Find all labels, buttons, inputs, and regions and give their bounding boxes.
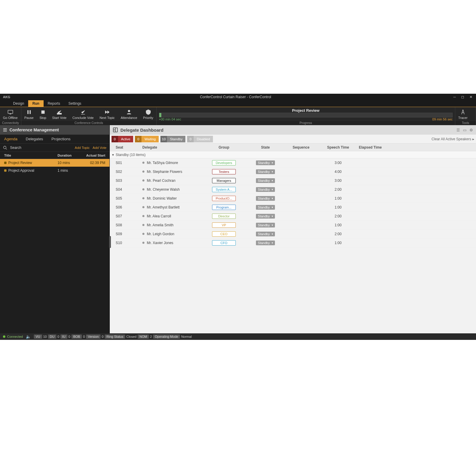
- progress-bar[interactable]: [159, 113, 453, 117]
- status-chip: IU: [61, 335, 67, 339]
- col-delegate[interactable]: Delegate: [142, 145, 202, 149]
- state-dropdown[interactable]: Standby▾: [256, 169, 275, 174]
- go-offline-button[interactable]: Go Offline: [0, 107, 20, 121]
- table-group-header[interactable]: ▾ Standby (10 items): [110, 151, 476, 158]
- cell-delegate: Mr. Amethyst Bartlett: [147, 205, 180, 209]
- menu-reports[interactable]: Reports: [44, 100, 64, 107]
- filter-active[interactable]: 0Active: [112, 136, 133, 142]
- agenda-row[interactable]: Project Review10 mins02:39 PM: [0, 159, 109, 167]
- group-tag[interactable]: System A...: [212, 187, 236, 192]
- cell-speech-time: 2:00: [317, 214, 359, 218]
- group-tag[interactable]: Developers: [212, 160, 236, 165]
- status-dot-icon: [142, 206, 144, 208]
- state-dropdown[interactable]: Standby▾: [256, 178, 275, 183]
- agenda-title: Project Review: [8, 161, 32, 165]
- collapse-icon[interactable]: ▾: [112, 153, 114, 157]
- group-tag[interactable]: CEO: [212, 231, 236, 237]
- col-title: Title: [4, 154, 58, 157]
- table-row[interactable]: S10Mr. Xavier JonesCFOStandby▾1:00: [110, 238, 476, 247]
- add-topic-button[interactable]: Add Topic: [75, 146, 90, 149]
- table-row[interactable]: S02Mr. Stephanie FlowersTestersStandby▾4…: [110, 167, 476, 176]
- pause-button[interactable]: Pause: [21, 107, 36, 121]
- state-dropdown[interactable]: Standby▾: [256, 205, 275, 210]
- cell-delegate: Mr. Dominic Walter: [147, 196, 177, 200]
- col-speech-time[interactable]: Speech Time: [317, 145, 359, 149]
- table-row[interactable]: S04Mr. Cheyenne WalshSystem A...Standby▾…: [110, 185, 476, 194]
- col-elapsed-time[interactable]: Elapsed Time: [359, 145, 400, 149]
- group-tag[interactable]: Program...: [212, 205, 236, 210]
- table-row[interactable]: S08Mr. Amelia SmithVPStandby▾1:00: [110, 221, 476, 230]
- group-tag[interactable]: VP: [212, 222, 236, 228]
- speaker-icon[interactable]: 🔈: [26, 334, 31, 339]
- table-row[interactable]: S05Mr. Dominic WalterProductO...Standby▾…: [110, 194, 476, 203]
- priority-button[interactable]: Priority: [140, 107, 156, 121]
- filter-disabled[interactable]: 0Disabled: [187, 136, 213, 142]
- svg-rect-5: [57, 113, 62, 114]
- state-dropdown[interactable]: Standby▾: [256, 187, 275, 192]
- list-view-icon[interactable]: ☰: [456, 128, 460, 132]
- add-vote-button[interactable]: Add Vote: [93, 146, 106, 149]
- filter-count: 0: [135, 136, 141, 142]
- titlebar: AKG ConferControl Curtain Raiser - Confe…: [0, 94, 476, 100]
- tab-agenda[interactable]: Agenda: [4, 137, 17, 141]
- connection-dot-icon: [3, 335, 5, 338]
- tracer-button[interactable]: Tracer: [455, 107, 470, 121]
- table-row[interactable]: S01Mr. TaShya GilmoreDevelopersStandby▾3…: [110, 158, 476, 167]
- table-row[interactable]: S09Mr. Leigh GordonCEOStandby▾2:00: [110, 230, 476, 238]
- filter-standby[interactable]: 10Standby: [160, 136, 185, 142]
- state-dropdown[interactable]: Standby▾: [256, 232, 275, 236]
- maximize-button[interactable]: ◻: [461, 95, 464, 99]
- group-tag[interactable]: Director: [212, 214, 236, 219]
- group-tag[interactable]: CFO: [212, 240, 236, 246]
- chevron-right-icon: ▸: [472, 137, 474, 141]
- col-state[interactable]: State: [246, 145, 285, 149]
- cell-seat: S10: [116, 241, 142, 245]
- cell-speech-time: 4:00: [317, 170, 359, 174]
- search-label[interactable]: Search: [10, 146, 21, 150]
- start-vote-icon: [56, 109, 63, 115]
- close-button[interactable]: ✕: [469, 95, 472, 99]
- agenda-row[interactable]: Project Approval1 mins: [0, 167, 109, 174]
- cell-delegate: Mr. Pearl Cochran: [147, 179, 176, 183]
- settings-icon[interactable]: ⚙: [469, 128, 473, 132]
- next-topic-button[interactable]: Next Topic: [97, 107, 118, 121]
- state-dropdown[interactable]: Standby▾: [256, 223, 275, 227]
- filter-waiting[interactable]: 0Waiting: [135, 136, 159, 142]
- card-view-icon[interactable]: ▭: [463, 128, 467, 132]
- progress-title: Project Review: [159, 108, 453, 113]
- minimize-button[interactable]: ─: [453, 95, 456, 99]
- state-dropdown[interactable]: Standby▾: [256, 160, 275, 165]
- table-row[interactable]: S03Mr. Pearl CochranManagersStandby▾3:00: [110, 176, 476, 185]
- tab-delegates[interactable]: Delegates: [26, 137, 43, 141]
- state-dropdown[interactable]: Standby▾: [256, 196, 275, 201]
- statusbar: Connected 🔈 VU10DU0IU0BOB0Version0Ring S…: [0, 333, 476, 340]
- menu-settings[interactable]: Settings: [64, 100, 85, 107]
- svg-rect-3: [29, 110, 31, 114]
- state-dropdown[interactable]: Standby▾: [256, 241, 275, 245]
- attendance-button[interactable]: Attendance: [118, 107, 140, 121]
- priority-icon: [145, 109, 152, 115]
- col-sequence[interactable]: Sequence: [285, 145, 317, 149]
- table-row[interactable]: S07Mr. Alea CarrollDirectorStandby▾2:00: [110, 212, 476, 221]
- col-group[interactable]: Group: [202, 145, 246, 149]
- search-icon[interactable]: [3, 146, 7, 150]
- conclude-vote-label: Conclude Vote: [72, 116, 94, 120]
- start-vote-button[interactable]: Start Vote: [49, 107, 69, 121]
- chevron-down-icon: ▾: [272, 206, 273, 209]
- clear-active-speakers-link[interactable]: Clear All Active Speakers▸: [432, 137, 474, 141]
- group-tag[interactable]: Managers: [212, 178, 236, 183]
- group-tag[interactable]: Testers: [212, 169, 236, 174]
- svg-rect-4: [41, 110, 44, 114]
- splitter-handle[interactable]: [109, 236, 111, 248]
- svg-rect-14: [116, 128, 117, 132]
- col-seat[interactable]: Seat: [116, 145, 142, 149]
- conclude-vote-button[interactable]: Conclude Vote: [69, 107, 97, 121]
- table-row[interactable]: S06Mr. Amethyst BartlettProgram...Standb…: [110, 203, 476, 212]
- tab-projections[interactable]: Projections: [51, 137, 70, 141]
- menu-design[interactable]: Design: [9, 100, 28, 107]
- menu-run[interactable]: Run: [28, 100, 43, 107]
- stop-button[interactable]: Stop: [36, 107, 49, 121]
- group-tag[interactable]: ProductO...: [212, 196, 236, 201]
- cell-delegate: Mr. Amelia Smith: [147, 223, 173, 227]
- state-dropdown[interactable]: Standby▾: [256, 214, 275, 219]
